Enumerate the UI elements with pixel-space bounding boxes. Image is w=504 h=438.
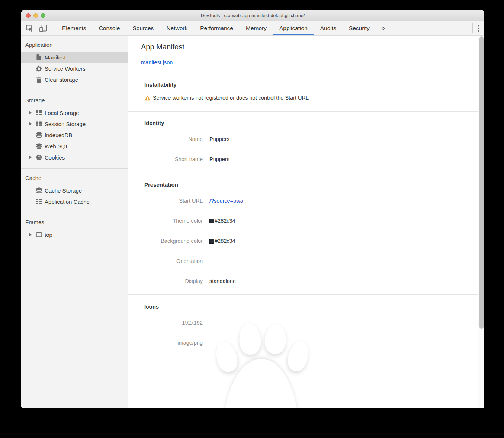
tab-memory[interactable]: Memory: [240, 21, 273, 35]
gear-icon: [36, 65, 42, 72]
sidebar-item-label: Session Storage: [45, 121, 86, 127]
sidebar-item-cache-storage[interactable]: Cache Storage: [21, 185, 128, 196]
field-value-theme-color: #282c34: [215, 218, 235, 224]
sidebar-item-label: Cache Storage: [45, 187, 82, 194]
sidebar-section-cache: Cache Cache Storage Application Cache: [21, 168, 128, 213]
sidebar-section-title: Cache: [21, 174, 128, 185]
toolbar-separator: [51, 23, 51, 33]
manifest-panel: App Manifest manifest.json Installabilit…: [128, 36, 484, 408]
section-title: Icons: [144, 303, 478, 310]
database-icon: [36, 187, 42, 193]
database-icon: [36, 132, 42, 138]
section-title: Identity: [144, 120, 478, 126]
tab-sources[interactable]: Sources: [126, 21, 160, 35]
chevron-right-icon[interactable]: [29, 111, 32, 115]
chevron-right-icon[interactable]: [29, 122, 32, 126]
tab-console[interactable]: Console: [93, 21, 126, 35]
sidebar-item-top-frame[interactable]: top: [21, 229, 128, 240]
sidebar-item-web-sql[interactable]: Web SQL: [21, 141, 128, 152]
chevron-right-icon[interactable]: [29, 233, 32, 236]
field-label-name: Name: [144, 136, 203, 142]
application-sidebar: Application Manifest Service Workers: [21, 36, 128, 408]
sidebar-item-label: IndexedDB: [45, 132, 72, 138]
section-title: Installability: [144, 81, 478, 88]
field-label-theme-color: Theme color: [144, 218, 203, 224]
paw-print-image: [128, 295, 478, 408]
identity-section: Identity Name Puppers Short name Puppers: [128, 112, 478, 173]
icon-size-label: 192x192: [144, 320, 203, 326]
field-value-short-name: Puppers: [209, 156, 229, 162]
field-label-orientation: Orientation: [144, 258, 203, 264]
scrollbar-thumb[interactable]: [479, 36, 484, 329]
kebab-menu-icon[interactable]: [473, 25, 484, 32]
background-color-swatch: [209, 239, 214, 244]
manifest-json-link[interactable]: manifest.json: [141, 59, 173, 65]
warning-icon: [144, 95, 151, 101]
presentation-section: Presentation Start URL /?source=pwa Them…: [128, 173, 478, 294]
start-url-link[interactable]: /?source=pwa: [209, 198, 243, 204]
installability-section: Installability Service worker is not reg…: [128, 73, 478, 111]
device-toolbar-icon[interactable]: [39, 24, 48, 32]
page-title: App Manifest: [141, 43, 478, 51]
field-value-name: Puppers: [209, 136, 229, 142]
sidebar-item-label: Local Storage: [45, 110, 79, 116]
sidebar-item-local-storage[interactable]: Local Storage: [21, 107, 128, 118]
tab-performance[interactable]: Performance: [194, 21, 240, 35]
sidebar-item-label: Cookies: [45, 154, 65, 161]
zoom-window-button[interactable]: [41, 13, 45, 18]
sidebar-item-label: top: [45, 232, 52, 238]
tab-security[interactable]: Security: [343, 21, 376, 35]
icon-mime-label: image/png: [144, 340, 203, 346]
field-label-start-url: Start URL: [144, 198, 203, 204]
minimize-window-button[interactable]: [33, 13, 38, 18]
field-label-background-color: Background color: [144, 238, 203, 244]
title-bar: DevTools - cra-web-app-manifest-defaut.g…: [21, 10, 484, 21]
sidebar-item-application-cache[interactable]: Application Cache: [21, 196, 128, 207]
frame-icon: [36, 232, 42, 237]
theme-color-swatch: [209, 219, 214, 223]
sidebar-item-label: Application Cache: [45, 199, 90, 205]
chevron-right-icon[interactable]: [29, 155, 32, 159]
document-icon: [36, 54, 42, 60]
sidebar-item-manifest[interactable]: Manifest: [21, 52, 128, 63]
sidebar-section-storage: Storage Local Storage Session Storage: [21, 91, 128, 168]
field-label-short-name: Short name: [144, 156, 203, 162]
field-value-background-color: #282c34: [215, 238, 235, 244]
sidebar-item-label: Web SQL: [45, 143, 69, 149]
warning-text: Service worker is not registered or does…: [153, 95, 309, 101]
sidebar-item-label: Clear storage: [45, 77, 78, 83]
traffic-lights: [26, 10, 45, 21]
sidebar-item-service-workers[interactable]: Service Workers: [21, 63, 128, 74]
sidebar-item-session-storage[interactable]: Session Storage: [21, 118, 128, 129]
inspect-icon[interactable]: [26, 24, 34, 32]
sidebar-section-application: Application Manifest Service Workers: [21, 36, 128, 91]
field-value-display: standalone: [209, 278, 236, 284]
sidebar-item-label: Service Workers: [45, 65, 86, 72]
sidebar-section-title: Storage: [21, 96, 128, 107]
devtools-window: DevTools - cra-web-app-manifest-defaut.g…: [21, 10, 484, 408]
cookie-icon: [36, 154, 42, 160]
tab-elements[interactable]: Elements: [56, 21, 93, 35]
icons-section: Icons 192x192 image/png: [128, 295, 478, 408]
sidebar-section-frames: Frames top: [21, 213, 128, 246]
table-icon: [36, 121, 42, 126]
vertical-scrollbar[interactable]: [478, 36, 484, 408]
sidebar-item-cookies[interactable]: Cookies: [21, 152, 128, 163]
field-label-display: Display: [144, 278, 203, 284]
sidebar-section-title: Application: [21, 41, 128, 52]
close-window-button[interactable]: [26, 13, 31, 18]
table-icon: [36, 110, 42, 115]
database-icon: [36, 143, 42, 149]
devtools-tab-bar: Elements Console Sources Network Perform…: [21, 21, 484, 36]
sidebar-item-indexeddb[interactable]: IndexedDB: [21, 129, 128, 141]
panel-tabs: Elements Console Sources Network Perform…: [56, 21, 390, 35]
tab-network[interactable]: Network: [160, 21, 194, 35]
tab-application[interactable]: Application: [273, 21, 314, 35]
tab-audits[interactable]: Audits: [314, 21, 343, 35]
sidebar-item-label: Manifest: [45, 54, 66, 61]
sidebar-item-clear-storage[interactable]: Clear storage: [21, 74, 128, 85]
section-title: Presentation: [144, 181, 478, 188]
more-tabs-icon[interactable]: »: [376, 21, 391, 35]
window-title: DevTools - cra-web-app-manifest-defaut.g…: [201, 13, 305, 18]
table-icon: [36, 199, 42, 204]
